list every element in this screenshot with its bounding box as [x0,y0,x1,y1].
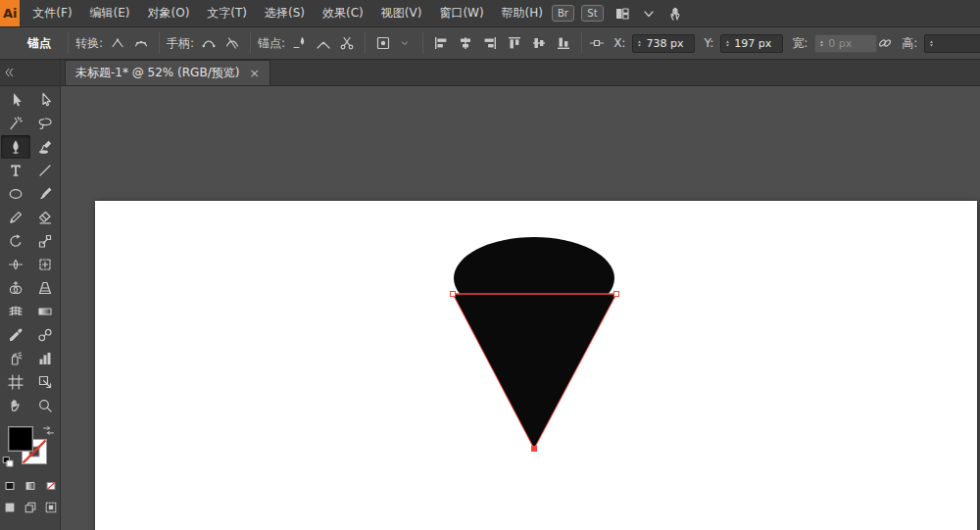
eyedropper-tool[interactable] [1,323,30,347]
cone-triangle[interactable] [453,294,616,449]
align-vmiddle-button[interactable] [528,33,550,53]
x-input[interactable]: 738 px [632,34,695,53]
remove-anchor-button[interactable] [289,33,311,53]
reference-point-button[interactable] [589,33,605,53]
draw-inside-button[interactable] [42,500,60,515]
menu-help[interactable]: 帮助(H) [493,0,552,26]
align-hcenter-button[interactable] [455,33,476,53]
selection-tool[interactable] [1,88,30,112]
artboard-tool[interactable] [1,370,30,394]
default-fill-stroke-button[interactable] [2,456,15,468]
align-right-button[interactable] [479,33,501,53]
menu-window[interactable]: 窗口(W) [430,0,492,26]
blend-tool[interactable] [30,323,60,347]
menu-edit[interactable]: 编辑(E) [81,0,139,26]
pen-tool[interactable] [1,135,30,159]
lasso-tool[interactable] [30,112,60,135]
draw-normal-button[interactable] [1,500,19,515]
blob-brush-tool[interactable] [30,135,60,159]
gradient-tool[interactable] [30,300,60,323]
x-label: X: [613,36,625,50]
handles-show-button[interactable] [198,33,220,53]
draw-behind-button[interactable] [22,500,39,515]
constrain-proportions-button[interactable] [877,33,893,53]
isolate-selection-button[interactable] [372,33,394,53]
width-tool[interactable] [1,253,30,276]
menu-view[interactable]: 视图(V) [372,0,431,26]
width-input[interactable]: 0 px [814,34,877,53]
symbol-sprayer-tool[interactable] [1,347,30,370]
align-left-button[interactable] [430,33,452,53]
slice-tool[interactable] [30,370,60,394]
connect-anchors-button[interactable] [313,33,334,53]
hand-tool[interactable] [1,394,30,417]
paintbrush-tool[interactable] [30,182,60,206]
pencil-tool[interactable] [1,206,30,229]
convert-corner-button[interactable] [107,33,128,53]
y-input[interactable]: 197 px [720,34,783,53]
y-spinner-icon[interactable] [724,38,731,49]
cut-path-button[interactable] [336,33,358,53]
arrange-documents-button[interactable] [612,4,633,24]
none-button[interactable] [42,478,60,494]
cs-live-button[interactable] [664,4,686,24]
blend-icon [37,327,53,343]
menu-file[interactable]: 文件(F) [24,0,80,26]
canvas[interactable] [61,86,980,530]
handles-label: 手柄: [167,35,194,52]
ellipse-icon [8,186,24,202]
app-logo[interactable]: Ai [0,0,20,26]
x-spinner-icon[interactable] [636,38,643,49]
height-input[interactable] [924,34,980,53]
arrange-documents-chevron[interactable] [638,4,660,24]
align-top-button[interactable] [504,33,525,53]
tools-panel-header [0,60,60,86]
direct-selection-tool[interactable] [30,88,60,112]
width-spinner-icon[interactable] [818,38,825,49]
shape-layer [61,86,980,530]
column-graph-tool[interactable] [30,347,60,370]
anchor-point[interactable] [614,292,619,297]
menu-effect[interactable]: 效果(C) [314,0,372,26]
tab-close-button[interactable]: × [249,67,260,79]
scale-icon [37,233,53,249]
handles-hide-button[interactable] [221,33,243,53]
x-value: 738 px [646,37,683,50]
y-label: Y: [704,36,713,50]
width-field-group: 宽: 0 px [792,34,877,53]
align-bottom-button[interactable] [553,33,574,53]
ellipse-tool[interactable] [1,182,30,206]
mesh-tool[interactable] [1,300,30,323]
gradient-button[interactable] [22,478,39,494]
shape-builder-tool[interactable] [1,276,30,300]
swap-fill-stroke-button[interactable] [42,424,55,437]
bridge-button[interactable]: Br [552,5,574,22]
line-segment-tool[interactable] [30,159,60,182]
free-transform-tool[interactable] [30,253,60,276]
line-segment-icon [37,163,53,178]
zoom-tool[interactable] [30,394,60,417]
isolate-chevron-icon[interactable] [394,33,416,53]
rotate-tool[interactable] [1,229,30,253]
color-button[interactable] [1,478,19,494]
convert-smooth-button[interactable] [130,33,152,53]
document-tab[interactable]: 未标题-1* @ 52% (RGB/预览) × [65,60,270,85]
fill-swatch[interactable] [8,426,33,452]
magic-wand-tool[interactable] [1,112,30,135]
document-title: 未标题-1* @ 52% (RGB/预览) [75,65,239,81]
perspective-grid-tool[interactable] [30,276,60,300]
free-transform-icon [37,257,53,272]
scale-tool[interactable] [30,229,60,253]
anchor-point[interactable] [451,292,456,297]
menu-type[interactable]: 文字(T) [198,0,256,26]
stock-button[interactable]: St [581,5,604,22]
menu-select[interactable]: 选择(S) [256,0,314,26]
menubar-icons [612,4,686,24]
menu-bar: Ai 文件(F)编辑(E)对象(O)文字(T)选择(S)效果(C)视图(V)窗口… [0,0,980,27]
eraser-tool[interactable] [30,206,60,229]
anchor-point[interactable] [532,447,537,452]
menu-object[interactable]: 对象(O) [139,0,199,26]
collapse-panel-icon[interactable] [3,67,15,78]
type-tool[interactable] [1,159,30,182]
height-spinner-icon[interactable] [928,38,935,49]
